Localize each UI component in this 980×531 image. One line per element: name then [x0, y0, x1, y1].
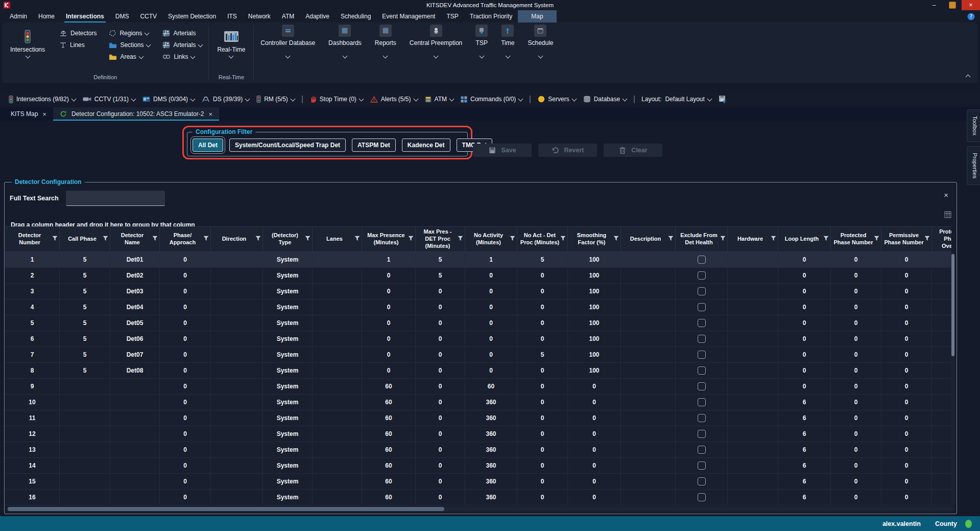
cell-detector-type[interactable]: System	[263, 490, 313, 505]
cell-call-phase[interactable]	[60, 442, 110, 457]
menu-item-its[interactable]: ITS	[222, 10, 243, 22]
cell-detector-name[interactable]	[110, 395, 160, 410]
cell-hardware[interactable]	[728, 395, 778, 410]
column-chooser-icon[interactable]	[944, 211, 951, 218]
column-header-loop-length[interactable]: Loop Length	[778, 227, 831, 251]
cell-no-activity-minutes[interactable]: 0	[465, 284, 517, 299]
menu-item-system-detection[interactable]: System Detection	[162, 10, 222, 22]
cell-no-act-det-proc-minutes[interactable]: 0	[517, 426, 568, 442]
cell-description[interactable]	[621, 379, 676, 394]
exclude-from-det-health-checkbox[interactable]	[698, 319, 706, 327]
cell-exclude-from-det-health[interactable]	[676, 426, 728, 442]
cell-direction[interactable]	[211, 315, 263, 331]
cell-max-pres-det-proc-minutes[interactable]: 0	[416, 426, 465, 442]
filter-funnel-icon[interactable]	[720, 236, 726, 243]
filter-button-kadence-det[interactable]: Kadence Det	[402, 138, 450, 152]
cell-call-phase[interactable]	[60, 490, 110, 505]
cell-no-act-det-proc-minutes[interactable]: 0	[517, 315, 568, 331]
ribbon-item-detectors[interactable]: Detectors	[59, 30, 97, 37]
cell-detector-number[interactable]: 4	[5, 299, 60, 315]
cell-max-pres-det-proc-minutes[interactable]: 0	[416, 395, 465, 410]
cell-no-activity-minutes[interactable]: 360	[465, 426, 517, 442]
column-header-permissive-phase-number[interactable]: Permissive Phase Number	[881, 227, 932, 251]
cell-exclude-from-det-health[interactable]	[676, 347, 728, 362]
cell-detector-number[interactable]: 2	[5, 268, 60, 283]
cell-lanes[interactable]	[313, 315, 362, 331]
vertical-scrollbar[interactable]	[951, 252, 955, 505]
cell-exclude-from-det-health[interactable]	[676, 379, 728, 394]
ribbon-button-time[interactable]: Time	[494, 22, 521, 58]
cell-no-activity-minutes[interactable]: 0	[465, 331, 517, 347]
exclude-from-det-health-checkbox[interactable]	[698, 271, 706, 280]
cell-protected-phase-number[interactable]: 0	[831, 490, 881, 505]
menu-item-traction-priority[interactable]: Traction Priority	[464, 10, 518, 22]
cell-detector-name[interactable]: Det05	[110, 315, 160, 331]
ribbon-item-sections[interactable]: Sections	[109, 41, 150, 49]
cell-protected-phase-number[interactable]: 0	[831, 458, 881, 473]
cell-protected-phase-number[interactable]: 0	[831, 442, 881, 457]
cell-hardware[interactable]	[728, 426, 778, 442]
quickbar-item-default-layout[interactable]: Default Layout	[661, 96, 714, 103]
cell-detector-number[interactable]: 14	[5, 458, 60, 473]
cell-hardware[interactable]	[728, 410, 778, 426]
cell-lanes[interactable]	[313, 347, 362, 362]
menu-item-atm[interactable]: ATM	[276, 10, 300, 22]
cell-phase-approach[interactable]: 0	[160, 315, 211, 331]
cell-protected-phase-number[interactable]: 0	[831, 268, 881, 283]
quickbar-item-ds-39-39[interactable]: DS (39/39)	[198, 96, 253, 103]
cell-call-phase[interactable]: 5	[60, 331, 110, 347]
filter-button-all-det[interactable]: All Det	[193, 138, 223, 152]
column-header-max-pres-det-proc-minutes[interactable]: Max Pres - DET Proc (Minutes)	[416, 227, 465, 251]
cell-smoothing-factor[interactable]: 0	[568, 426, 621, 442]
exclude-from-det-health-checkbox[interactable]	[698, 493, 706, 501]
cell-call-phase[interactable]: 5	[60, 347, 110, 362]
exclude-from-det-health-checkbox[interactable]	[698, 446, 706, 454]
ribbon-item-regions[interactable]: Regions	[109, 30, 150, 37]
cell-phase-approach[interactable]: 0	[160, 410, 211, 426]
cell-description[interactable]	[621, 299, 676, 315]
cell-call-phase[interactable]	[60, 426, 110, 442]
cell-no-act-det-proc-minutes[interactable]: 0	[517, 395, 568, 410]
cell-phase-approach[interactable]: 0	[160, 299, 211, 315]
cell-detector-number[interactable]: 13	[5, 442, 60, 457]
cell-max-pres-det-proc-minutes[interactable]: 0	[416, 299, 465, 315]
cell-no-act-det-proc-minutes[interactable]: 0	[517, 268, 568, 283]
cell-max-presence-minutes[interactable]: 0	[362, 315, 416, 331]
cell-exclude-from-det-health[interactable]	[676, 458, 728, 473]
cell-max-presence-minutes[interactable]: 0	[362, 347, 416, 362]
cell-hardware[interactable]	[728, 315, 778, 331]
cell-detector-type[interactable]: System	[263, 474, 313, 489]
quickbar-item-commands-0-0[interactable]: Commands (0/0)	[457, 96, 526, 103]
cell-smoothing-factor[interactable]: 0	[568, 379, 621, 394]
cell-permissive-phase-number[interactable]: 0	[881, 474, 932, 489]
filter-funnel-icon[interactable]	[255, 236, 261, 243]
cell-loop-length[interactable]: 6	[778, 458, 831, 473]
cell-protected-phase-overlap[interactable]	[932, 299, 951, 315]
filter-funnel-icon[interactable]	[408, 236, 414, 243]
cell-exclude-from-det-health[interactable]	[676, 442, 728, 457]
cell-max-presence-minutes[interactable]: 0	[362, 284, 416, 299]
cell-smoothing-factor[interactable]: 100	[568, 268, 621, 283]
revert-button[interactable]: Revert	[538, 144, 597, 157]
cell-detector-name[interactable]: Det04	[110, 299, 160, 315]
cell-phase-approach[interactable]: 0	[160, 395, 211, 410]
cell-direction[interactable]	[211, 458, 263, 473]
cell-detector-number[interactable]: 5	[5, 315, 60, 331]
cell-description[interactable]	[621, 363, 676, 378]
cell-call-phase[interactable]	[60, 458, 110, 473]
cell-direction[interactable]	[211, 474, 263, 489]
ribbon-item-areas[interactable]: Areas	[109, 53, 150, 60]
cell-protected-phase-overlap[interactable]	[932, 284, 951, 299]
cell-direction[interactable]	[211, 268, 263, 283]
cell-call-phase[interactable]	[60, 474, 110, 489]
cell-permissive-phase-number[interactable]: 0	[881, 252, 932, 267]
table-row[interactable]: 45Det040System0000100000	[5, 299, 951, 315]
cell-lanes[interactable]	[313, 426, 362, 442]
filter-funnel-icon[interactable]	[354, 236, 360, 243]
cell-lanes[interactable]	[313, 490, 362, 505]
cell-no-activity-minutes[interactable]: 0	[465, 315, 517, 331]
column-header-no-activity-minutes[interactable]: No Activity (Minutes)	[465, 227, 517, 251]
cell-exclude-from-det-health[interactable]	[676, 284, 728, 299]
cell-max-pres-det-proc-minutes[interactable]: 0	[416, 474, 465, 489]
cell-no-act-det-proc-minutes[interactable]: 0	[517, 410, 568, 426]
